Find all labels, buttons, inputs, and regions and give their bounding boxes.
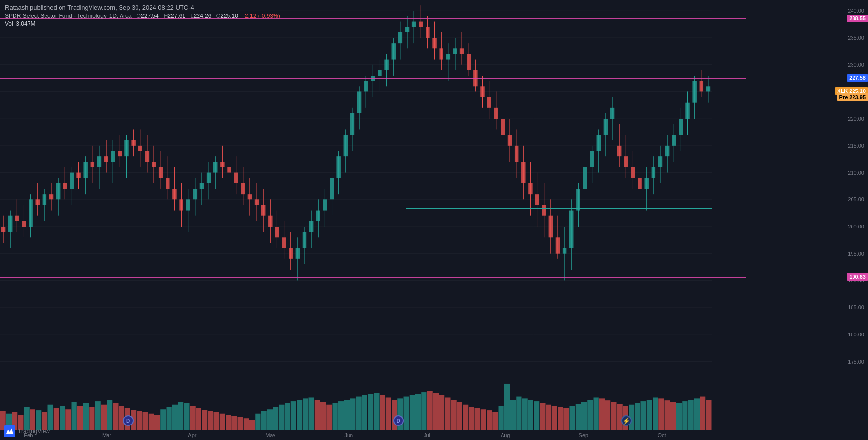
time-label-apr: Apr: [188, 432, 196, 438]
price-tick: 215.00: [848, 143, 864, 149]
marker-lightning: ⚡: [621, 415, 632, 426]
h-line-magenta: [0, 277, 746, 278]
low-val: 224.26: [194, 13, 212, 19]
svg-rect-0: [4, 425, 15, 437]
time-label-may: May: [265, 432, 275, 438]
h-line-green: [406, 208, 712, 209]
open-val: 227.54: [141, 13, 159, 19]
vol-val: 3.047M: [16, 20, 35, 27]
price-tick: 230.00: [848, 62, 864, 68]
tv-icon: [4, 425, 15, 437]
close-label: C: [216, 13, 221, 19]
marker-d: D: [123, 415, 134, 426]
high-val: 227.61: [168, 13, 185, 19]
time-label-sep: Sep: [579, 432, 589, 438]
price-tick: 195.00: [848, 251, 864, 257]
instrument-label: SPDR Select Sector Fund - Technology, 1D…: [5, 13, 132, 19]
price-tick: 175.00: [848, 359, 864, 364]
vol-line: Vol 3.047M: [5, 20, 280, 27]
price-tick: 235.00: [848, 35, 864, 41]
price-tick: 240.00: [848, 8, 864, 14]
chart-container: Rataash published on TradingView.com, Se…: [0, 0, 868, 440]
time-label-jul: Jul: [424, 432, 430, 438]
vol-label: Vol: [5, 20, 13, 27]
time-axis: FebMarAprMayJunJulAugSepOct: [0, 430, 712, 440]
price-tick: 205.00: [848, 197, 864, 202]
h-line-dashed: [0, 91, 712, 91]
h-line-magenta: [0, 78, 746, 79]
main-chart-canvas: [0, 0, 712, 378]
tv-text: TradingView: [18, 428, 50, 435]
close-val: 225.10: [220, 13, 238, 19]
tradingview-logo: TradingView: [4, 425, 50, 437]
published-by: Rataash published on TradingView.com, Se…: [5, 4, 280, 11]
ohlc-line: SPDR Select Sector Fund - Technology, 1D…: [5, 13, 280, 19]
price-badge-190-63: 190.63: [847, 273, 868, 281]
price-badge-227-58: 227.58: [847, 74, 868, 82]
price-tick: 220.00: [848, 116, 864, 121]
time-label-jun: Jun: [344, 432, 353, 438]
volume-chart-canvas: [0, 378, 712, 430]
price-badge-238-55: 238.55: [847, 15, 868, 22]
price-tick: 200.00: [848, 224, 864, 229]
price-tick: 185.00: [848, 304, 864, 310]
price-tick: 210.00: [848, 170, 864, 176]
change-val: -2.12 (-0.93%): [243, 13, 280, 19]
chart-header: Rataash published on TradingView.com, Se…: [5, 4, 280, 27]
price-badge-pre: Pre 223.95: [837, 93, 868, 101]
time-label-mar: Mar: [102, 432, 111, 438]
price-axis: 240.00235.00230.00225.00220.00215.00210.…: [833, 0, 868, 378]
time-label-aug: Aug: [501, 432, 510, 438]
low-label: L: [190, 13, 194, 19]
time-label-oct: Oct: [658, 432, 666, 438]
price-tick: 180.00: [848, 332, 864, 337]
open-label: O: [137, 13, 141, 19]
